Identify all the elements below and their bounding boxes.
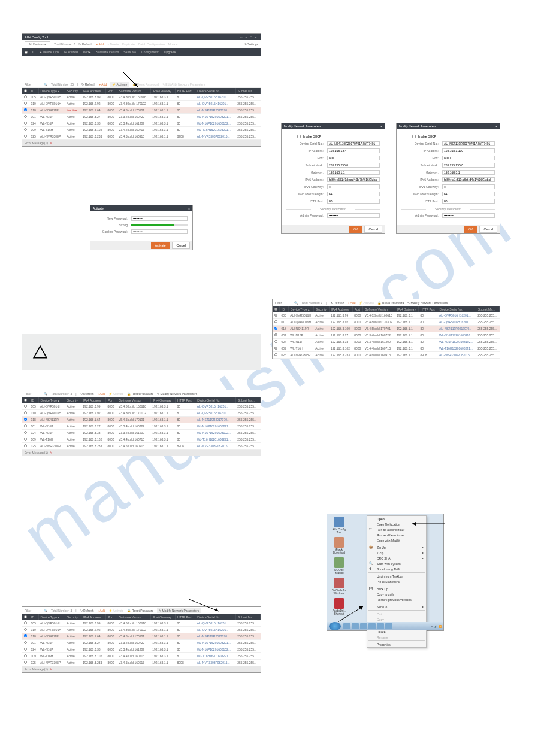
new-password-input[interactable] [131, 216, 188, 221]
table-row[interactable]: 009WL-T16HActive192.168.3.1028000V3.4.4b… [22, 127, 261, 133]
table-row[interactable]: 018ALI-NS4119RActive192.168.1.648000V5.4… [22, 417, 261, 423]
batch-config-button[interactable]: Batch Configuration [138, 42, 165, 46]
table-row[interactable]: 025ALI-NVR3308PActive192.168.3.2338000V3… [22, 133, 261, 140]
desktop-icon-alibi[interactable]: Alibi Config Tool [330, 517, 349, 534]
row-checkbox[interactable] [24, 405, 27, 408]
row-checkbox[interactable] [24, 431, 27, 434]
row-checkbox[interactable] [24, 108, 27, 111]
table-row[interactable]: 005ALI-QVR5016HActive192.168.3.998000V3.… [22, 620, 261, 627]
table-row[interactable]: 010ALI-QVR8016HActive192.168.2.928000V3.… [22, 627, 261, 633]
cancel-button[interactable]: Cancel [479, 226, 497, 233]
port-input[interactable] [327, 156, 380, 160]
col-sec[interactable]: Security [313, 306, 329, 312]
table-row[interactable]: 025ALI-NVR3308PActive192.168.3.2338000V3… [22, 443, 261, 450]
table-row[interactable]: 010ALI-QVR8016HActive192.168.2.928000V3.… [22, 101, 261, 107]
col-http[interactable]: HTTP Port [176, 614, 195, 620]
refresh-button[interactable]: ↻ Refresh [81, 83, 95, 86]
col-mask[interactable]: Subnet Ma... [235, 614, 260, 620]
minimize-icon[interactable]: − [244, 35, 249, 39]
table-row[interactable]: 024WL-N16PActive192.168.3.388000V3.3.4bu… [22, 646, 261, 653]
col-gw[interactable]: IPv4 Gateway [150, 614, 175, 620]
taskbar-icon[interactable] [368, 623, 376, 629]
menu-properties[interactable]: Properties [367, 642, 426, 647]
error-bar[interactable]: Error Message(1)✎ [22, 666, 261, 672]
table-row[interactable]: 025ALI-NVR3308PActive192.168.3.2338000V3… [22, 660, 261, 666]
menu-pin-start[interactable]: Pin to Start Menu [367, 579, 426, 584]
delete-button[interactable]: × Delete [107, 42, 119, 46]
table-row[interactable]: 001WL-N16PActive192.168.3.278000V3.3.4bu… [273, 332, 500, 339]
activate-button[interactable]: Activate [151, 242, 170, 249]
ipv6gw-input[interactable] [327, 184, 380, 189]
menu-scan[interactable]: 🔍Scan with System [367, 561, 426, 566]
tab-serial[interactable]: Serial No. [123, 50, 137, 54]
port-input[interactable] [442, 156, 495, 160]
col-id[interactable]: ID [29, 397, 39, 403]
table-row[interactable]: 005ALI-QVR5016HActive192.168.3.998000V3.… [22, 94, 261, 101]
menu-unpin-taskbar[interactable]: Unpin from Taskbar [367, 573, 426, 579]
table-row[interactable]: 001WL-N16PActive192.168.3.278000V3.3.4bu… [22, 114, 261, 120]
row-checkbox[interactable] [24, 418, 27, 421]
row-checkbox[interactable] [24, 411, 27, 414]
row-checkbox[interactable] [24, 135, 27, 138]
select-all[interactable] [274, 308, 277, 311]
activate-button[interactable]: ⚡ Activate [108, 609, 123, 612]
ipv6pl-input[interactable] [442, 192, 495, 196]
row-checkbox[interactable] [24, 628, 27, 631]
desktop-icon-switools[interactable]: SwiTools for Windows [330, 578, 349, 595]
select-all[interactable] [24, 615, 27, 618]
menu-copy-path[interactable]: Copy to path [367, 591, 426, 597]
admin-pwd-input[interactable] [442, 213, 495, 218]
col-ip[interactable]: IPv4 Address [81, 397, 105, 403]
col-gw[interactable]: IPv4 Gateway [150, 397, 175, 403]
row-checkbox[interactable] [24, 634, 27, 637]
select-all[interactable] [24, 399, 27, 402]
refresh-button[interactable]: ↻ Refresh [80, 392, 94, 396]
menu-restore-prev[interactable]: Restore previous versions [367, 597, 426, 602]
reset-password-button[interactable]: 🔒 Reset Password [377, 301, 404, 305]
row-checkbox[interactable] [24, 102, 27, 105]
row-checkbox[interactable] [24, 115, 27, 118]
menu-rename[interactable]: Rename [367, 634, 426, 640]
table-row[interactable]: 010ALI-QVR8016HActive192.168.3.928000V3.… [273, 319, 500, 326]
row-checkbox[interactable] [274, 314, 277, 317]
reset-password-button[interactable]: 🔒 Reset Password [127, 609, 153, 612]
add-button[interactable]: + Add [98, 609, 105, 612]
table-row[interactable]: 018ALI-NS4119RActive192.168.1.648000V5.4… [22, 633, 261, 640]
col-gw[interactable]: IPv4 Gateway [150, 88, 175, 94]
table-row[interactable]: 025ALI-NVR3308PActive192.168.3.2338000V3… [273, 352, 500, 359]
row-checkbox[interactable] [24, 661, 27, 664]
menu-zip[interactable]: 📦Zip Up [367, 545, 426, 550]
row-checkbox[interactable] [274, 340, 277, 343]
col-serial[interactable]: Device Serial No. [195, 397, 236, 403]
row-checkbox[interactable] [24, 641, 27, 644]
row-checkbox[interactable] [24, 654, 27, 657]
http-input[interactable] [442, 199, 495, 204]
col-ip[interactable]: IPv4 Address [81, 614, 105, 620]
menu-backup[interactable]: 💾Back Up [367, 586, 426, 591]
tab-config[interactable]: Configuration [141, 50, 159, 54]
col-port[interactable]: Port [105, 397, 117, 403]
table-row[interactable]: 010ALI-QVR8016HActive192.168.2.928000V3.… [22, 410, 261, 417]
ip-input[interactable] [327, 148, 380, 153]
table-row[interactable]: 018ALI-NS4119RInactive192.168.1.648000V5… [22, 107, 261, 114]
ok-button[interactable]: OK [464, 226, 477, 233]
col-sw[interactable]: Software Version [117, 397, 150, 403]
activate-button[interactable]: ⚡ Activate [108, 392, 123, 396]
col-http[interactable]: HTTP Port [419, 306, 437, 312]
row-checkbox[interactable] [24, 444, 27, 447]
tab-ip[interactable]: IP Address [64, 50, 78, 54]
serial-input[interactable] [442, 141, 495, 146]
table-row[interactable]: 009WL-T16HActive192.168.3.1028000V3.4.4b… [22, 653, 261, 660]
enable-dhcp-checkbox[interactable] [297, 134, 301, 139]
ipv6gw-input[interactable] [442, 184, 495, 189]
enable-dhcp-checkbox[interactable] [412, 134, 416, 139]
col-port[interactable]: Port [105, 88, 117, 94]
table-row[interactable]: 018ALI-NS4119RActive192.168.3.1008000V5.… [273, 326, 500, 332]
ipv6-input[interactable] [442, 177, 495, 182]
search-icon[interactable]: 🔍 [44, 609, 47, 612]
col-http[interactable]: HTTP Port [176, 88, 195, 94]
device-dropdown[interactable]: All Devices ▾ [25, 41, 50, 47]
col-sec[interactable]: Security [65, 614, 81, 620]
search-icon[interactable]: 🔍 [44, 392, 47, 396]
row-checkbox[interactable] [24, 122, 27, 125]
